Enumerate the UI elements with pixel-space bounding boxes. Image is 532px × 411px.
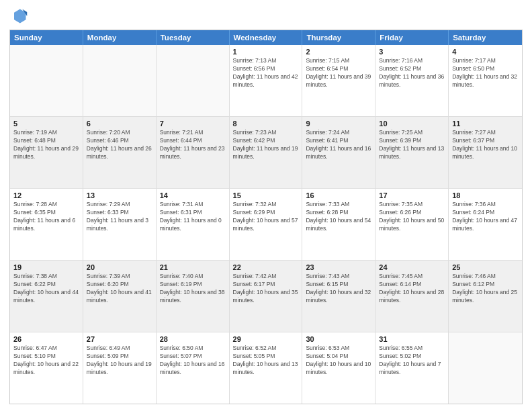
day-info: Sunrise: 7:27 AM Sunset: 6:37 PM Dayligh… xyxy=(452,129,519,161)
day-number: 21 xyxy=(160,263,226,271)
day-number: 18 xyxy=(452,191,519,199)
calendar-cell-day-24: 24Sunrise: 7:45 AM Sunset: 6:14 PM Dayli… xyxy=(375,261,449,332)
day-info: Sunrise: 7:24 AM Sunset: 6:41 PM Dayligh… xyxy=(306,129,371,161)
day-info: Sunrise: 7:43 AM Sunset: 6:15 PM Dayligh… xyxy=(306,273,371,305)
day-info: Sunrise: 6:49 AM Sunset: 5:09 PM Dayligh… xyxy=(87,345,152,377)
day-number: 22 xyxy=(233,263,299,271)
calendar-row-5: 26Sunrise: 6:47 AM Sunset: 5:10 PM Dayli… xyxy=(10,332,522,404)
calendar-cell-day-19: 19Sunrise: 7:38 AM Sunset: 6:22 PM Dayli… xyxy=(10,261,83,332)
day-info: Sunrise: 7:38 AM Sunset: 6:22 PM Dayligh… xyxy=(13,273,79,305)
day-number: 7 xyxy=(160,120,226,128)
day-number: 29 xyxy=(233,335,299,343)
day-info: Sunrise: 7:17 AM Sunset: 6:50 PM Dayligh… xyxy=(452,57,519,89)
calendar-cell-day-21: 21Sunrise: 7:40 AM Sunset: 6:19 PM Dayli… xyxy=(157,261,230,332)
day-number: 27 xyxy=(87,335,152,343)
calendar-cell-day-14: 14Sunrise: 7:31 AM Sunset: 6:31 PM Dayli… xyxy=(157,189,230,260)
calendar-cell-day-12: 12Sunrise: 7:28 AM Sunset: 6:35 PM Dayli… xyxy=(10,189,83,260)
day-info: Sunrise: 7:40 AM Sunset: 6:19 PM Dayligh… xyxy=(160,273,226,305)
calendar-cell-day-3: 3Sunrise: 7:16 AM Sunset: 6:52 PM Daylig… xyxy=(375,45,449,116)
calendar-cell-day-1: 1Sunrise: 7:13 AM Sunset: 6:56 PM Daylig… xyxy=(230,45,303,116)
calendar-cell-day-7: 7Sunrise: 7:21 AM Sunset: 6:44 PM Daylig… xyxy=(157,117,230,188)
day-info: Sunrise: 6:52 AM Sunset: 5:05 PM Dayligh… xyxy=(233,345,299,377)
calendar-row-1: 1Sunrise: 7:13 AM Sunset: 6:56 PM Daylig… xyxy=(10,45,522,117)
calendar-cell-day-23: 23Sunrise: 7:43 AM Sunset: 6:15 PM Dayli… xyxy=(302,261,375,332)
calendar-cell-day-26: 26Sunrise: 6:47 AM Sunset: 5:10 PM Dayli… xyxy=(10,332,83,404)
day-number: 24 xyxy=(379,263,445,271)
calendar-cell-day-4: 4Sunrise: 7:17 AM Sunset: 6:50 PM Daylig… xyxy=(449,45,522,116)
calendar-cell-day-9: 9Sunrise: 7:24 AM Sunset: 6:41 PM Daylig… xyxy=(302,117,375,188)
day-number: 25 xyxy=(452,263,519,271)
calendar-body: 1Sunrise: 7:13 AM Sunset: 6:56 PM Daylig… xyxy=(10,45,522,404)
calendar-cell-day-5: 5Sunrise: 7:19 AM Sunset: 6:48 PM Daylig… xyxy=(10,117,83,188)
day-number: 28 xyxy=(160,335,226,343)
day-number: 20 xyxy=(87,263,152,271)
day-info: Sunrise: 7:19 AM Sunset: 6:48 PM Dayligh… xyxy=(13,129,79,161)
day-info: Sunrise: 6:47 AM Sunset: 5:10 PM Dayligh… xyxy=(13,345,79,377)
calendar-cell-day-6: 6Sunrise: 7:20 AM Sunset: 6:46 PM Daylig… xyxy=(83,117,157,188)
calendar-row-3: 12Sunrise: 7:28 AM Sunset: 6:35 PM Dayli… xyxy=(10,189,522,261)
day-number: 1 xyxy=(233,48,299,56)
day-number: 4 xyxy=(452,48,519,56)
day-info: Sunrise: 7:36 AM Sunset: 6:24 PM Dayligh… xyxy=(452,201,519,233)
calendar-cell-empty-02 xyxy=(157,45,230,116)
day-number: 16 xyxy=(306,191,371,199)
weekday-header-saturday: Saturday xyxy=(449,30,522,45)
day-info: Sunrise: 7:13 AM Sunset: 6:56 PM Dayligh… xyxy=(233,57,299,89)
day-info: Sunrise: 7:29 AM Sunset: 6:33 PM Dayligh… xyxy=(87,201,152,233)
calendar-cell-empty-46 xyxy=(449,332,522,404)
day-info: Sunrise: 7:31 AM Sunset: 6:31 PM Dayligh… xyxy=(160,201,226,233)
day-info: Sunrise: 6:53 AM Sunset: 5:04 PM Dayligh… xyxy=(306,345,371,377)
day-number: 19 xyxy=(13,263,79,271)
day-number: 10 xyxy=(379,120,445,128)
day-number: 5 xyxy=(13,120,79,128)
calendar-cell-day-20: 20Sunrise: 7:39 AM Sunset: 6:20 PM Dayli… xyxy=(83,261,157,332)
day-info: Sunrise: 7:35 AM Sunset: 6:26 PM Dayligh… xyxy=(379,201,445,233)
calendar-row-2: 5Sunrise: 7:19 AM Sunset: 6:48 PM Daylig… xyxy=(10,117,522,189)
calendar-cell-day-31: 31Sunrise: 6:55 AM Sunset: 5:02 PM Dayli… xyxy=(375,332,449,404)
day-info: Sunrise: 7:28 AM Sunset: 6:35 PM Dayligh… xyxy=(13,201,79,233)
weekday-header-thursday: Thursday xyxy=(302,30,375,45)
day-number: 23 xyxy=(306,263,371,271)
calendar-cell-day-29: 29Sunrise: 6:52 AM Sunset: 5:05 PM Dayli… xyxy=(230,332,303,404)
day-number: 14 xyxy=(160,191,226,199)
day-info: Sunrise: 7:45 AM Sunset: 6:14 PM Dayligh… xyxy=(379,273,445,305)
weekday-header-sunday: Sunday xyxy=(10,30,83,45)
calendar-cell-day-27: 27Sunrise: 6:49 AM Sunset: 5:09 PM Dayli… xyxy=(83,332,157,404)
weekday-header-friday: Friday xyxy=(375,30,449,45)
day-number: 8 xyxy=(233,120,299,128)
calendar-cell-empty-01 xyxy=(83,45,157,116)
calendar-cell-day-11: 11Sunrise: 7:27 AM Sunset: 6:37 PM Dayli… xyxy=(449,117,522,188)
calendar-cell-day-13: 13Sunrise: 7:29 AM Sunset: 6:33 PM Dayli… xyxy=(83,189,157,260)
calendar-cell-day-16: 16Sunrise: 7:33 AM Sunset: 6:28 PM Dayli… xyxy=(302,189,375,260)
day-info: Sunrise: 7:21 AM Sunset: 6:44 PM Dayligh… xyxy=(160,129,226,161)
day-info: Sunrise: 7:20 AM Sunset: 6:46 PM Dayligh… xyxy=(87,129,152,161)
day-info: Sunrise: 7:15 AM Sunset: 6:54 PM Dayligh… xyxy=(306,57,371,89)
day-number: 31 xyxy=(379,335,445,343)
calendar-cell-day-25: 25Sunrise: 7:46 AM Sunset: 6:12 PM Dayli… xyxy=(449,261,522,332)
day-number: 3 xyxy=(379,48,445,56)
day-number: 2 xyxy=(306,48,371,56)
day-info: Sunrise: 7:39 AM Sunset: 6:20 PM Dayligh… xyxy=(87,273,152,305)
day-info: Sunrise: 6:55 AM Sunset: 5:02 PM Dayligh… xyxy=(379,345,445,377)
day-number: 15 xyxy=(233,191,299,199)
day-number: 6 xyxy=(87,120,152,128)
day-info: Sunrise: 7:42 AM Sunset: 6:17 PM Dayligh… xyxy=(233,273,299,305)
weekday-header-wednesday: Wednesday xyxy=(230,30,303,45)
logo-icon xyxy=(9,7,28,26)
calendar-header: SundayMondayTuesdayWednesdayThursdayFrid… xyxy=(10,30,522,45)
logo xyxy=(9,7,31,26)
calendar-cell-day-8: 8Sunrise: 7:23 AM Sunset: 6:42 PM Daylig… xyxy=(230,117,303,188)
page: SundayMondayTuesdayWednesdayThursdayFrid… xyxy=(0,0,532,411)
day-number: 26 xyxy=(13,335,79,343)
header xyxy=(9,7,523,26)
calendar-cell-empty-00 xyxy=(10,45,83,116)
calendar-cell-day-10: 10Sunrise: 7:25 AM Sunset: 6:39 PM Dayli… xyxy=(375,117,449,188)
day-number: 9 xyxy=(306,120,371,128)
calendar-cell-day-2: 2Sunrise: 7:15 AM Sunset: 6:54 PM Daylig… xyxy=(302,45,375,116)
day-number: 11 xyxy=(452,120,519,128)
weekday-header-monday: Monday xyxy=(83,30,157,45)
calendar-cell-day-18: 18Sunrise: 7:36 AM Sunset: 6:24 PM Dayli… xyxy=(449,189,522,260)
day-info: Sunrise: 7:16 AM Sunset: 6:52 PM Dayligh… xyxy=(379,57,445,89)
day-number: 12 xyxy=(13,191,79,199)
day-info: Sunrise: 7:23 AM Sunset: 6:42 PM Dayligh… xyxy=(233,129,299,161)
